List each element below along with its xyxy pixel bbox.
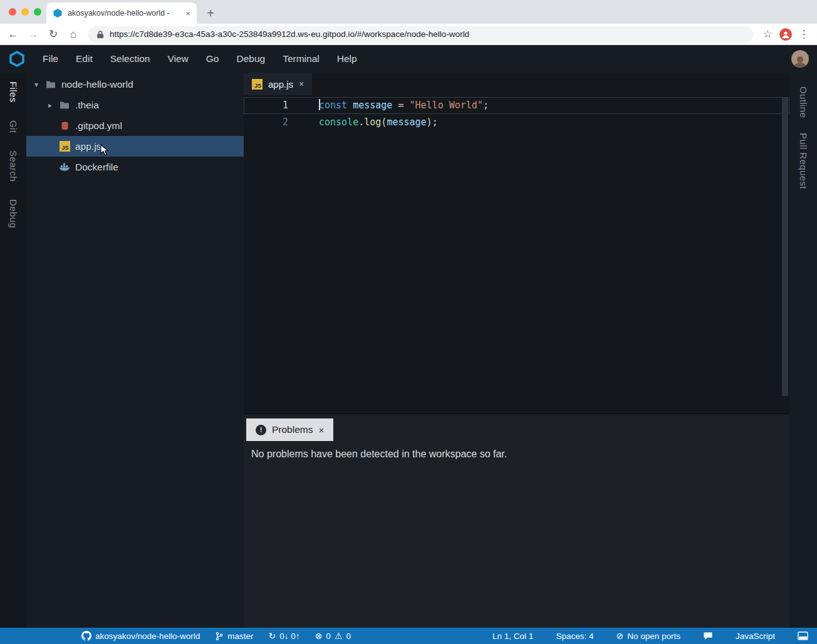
menu-file[interactable]: File	[34, 53, 67, 65]
editor-scrollbar[interactable]	[782, 98, 788, 396]
sync-icon: ↻	[269, 631, 276, 641]
status-bar: akosyakov/node-hello-world master ↻ 0↓ 0…	[0, 628, 817, 644]
problems-message: No problems have been detected in the wo…	[244, 441, 789, 460]
problems-panel: ! Problems × No problems have been detec…	[244, 413, 789, 628]
screen: akosyakov/node-hello-world - × + ← → ↻ ⌂…	[0, 0, 817, 644]
bookmark-star-icon[interactable]: ☆	[759, 26, 776, 43]
url-bar[interactable]: https://c7d8de39-e3ca-45a3-a30c-253849a9…	[88, 26, 753, 43]
javascript-file-icon: JS	[59, 141, 70, 152]
lock-icon	[96, 30, 104, 39]
sidebar-item-pull-request[interactable]: Pull Request	[798, 133, 809, 189]
reload-icon[interactable]: ↻	[45, 26, 61, 43]
tree-item-theia[interactable]: ▸ .theia	[26, 95, 244, 115]
panel-tabbar: ! Problems ×	[244, 414, 789, 441]
status-branch[interactable]: master	[215, 631, 253, 641]
tab-close-icon[interactable]: ×	[185, 9, 190, 18]
problems-icon: !	[256, 425, 266, 435]
code-line-1[interactable]: 1 const message = "Hello World";	[244, 97, 789, 114]
line-number: 1	[244, 97, 304, 114]
mouse-cursor-icon	[100, 144, 110, 159]
status-cursor-position[interactable]: Ln 1, Col 1	[492, 631, 533, 641]
menu-help[interactable]: Help	[328, 53, 366, 65]
menu-go[interactable]: Go	[197, 53, 228, 65]
token-paren: )	[427, 117, 432, 128]
editor-column: JS app.js × 1 const message = "Hello Wor…	[244, 73, 789, 628]
toggle-panel-icon[interactable]	[798, 631, 808, 640]
status-language[interactable]: JavaScript	[736, 631, 775, 641]
token-keyword: const	[319, 100, 353, 111]
editor-tab-label: app.js	[268, 79, 293, 90]
code-editor[interactable]: 1 const message = "Hello World"; 2 conso…	[244, 95, 789, 413]
token-semicolon: ;	[432, 117, 438, 128]
status-indentation[interactable]: Spaces: 4	[556, 631, 593, 641]
status-repo[interactable]: akosyakov/node-hello-world	[81, 631, 200, 641]
javascript-file-icon: JS	[252, 79, 263, 90]
user-avatar[interactable]	[791, 50, 809, 68]
menu-debug[interactable]: Debug	[227, 53, 274, 65]
code-text: console.log(message);	[304, 114, 438, 131]
menu-view[interactable]: View	[159, 53, 197, 65]
status-feedback[interactable]	[703, 631, 713, 641]
github-icon	[81, 631, 91, 641]
status-bar-right: Ln 1, Col 1 Spaces: 4 ⊘ No open ports Ja…	[492, 631, 817, 641]
url-input[interactable]: https://c7d8de39-e3ca-45a3-a30c-253849a9…	[110, 29, 469, 39]
close-icon[interactable]: ×	[299, 79, 304, 89]
tree-item-dockerfile[interactable]: Dockerfile	[26, 157, 244, 177]
zoom-window-button[interactable]	[34, 8, 41, 16]
menu-selection[interactable]: Selection	[101, 53, 159, 65]
sidebar-item-search[interactable]: Search	[8, 150, 19, 182]
tree-item-label: Dockerfile	[75, 162, 118, 173]
tree-item-gitpod-yml[interactable]: .gitpod.yml	[26, 115, 244, 136]
warning-icon: ⚠	[335, 631, 343, 641]
menu-edit[interactable]: Edit	[67, 53, 101, 65]
sidebar-item-debug[interactable]: Debug	[8, 199, 19, 228]
token-operator: =	[392, 100, 409, 111]
status-ports[interactable]: ⊘ No open ports	[616, 631, 680, 641]
kebab-menu-icon[interactable]: ⋮	[796, 26, 812, 43]
tree-item-root[interactable]: ▾ node-hello-world	[26, 74, 244, 95]
token-variable: message	[353, 100, 392, 111]
status-problems[interactable]: ⊗ 0 ⚠ 0	[315, 631, 351, 641]
sidebar-item-outline[interactable]: Outline	[798, 86, 809, 118]
folder-icon	[45, 80, 56, 88]
tree-item-label: node-hello-world	[61, 79, 133, 90]
new-tab-button[interactable]: +	[202, 4, 219, 22]
ide-body: Files Git Search Debug ▾ node-hello-worl…	[0, 73, 817, 628]
status-sync[interactable]: ↻ 0↓ 0↑	[269, 631, 300, 641]
minimize-window-button[interactable]	[21, 8, 29, 16]
tree-item-label: .gitpod.yml	[75, 120, 122, 132]
close-icon[interactable]: ×	[318, 425, 324, 435]
gitpod-logo[interactable]	[0, 51, 34, 67]
panel-tab-label: Problems	[272, 424, 313, 435]
editor-tab-app-js[interactable]: JS app.js ×	[244, 73, 312, 95]
sidebar-item-files[interactable]: Files	[8, 81, 19, 103]
code-text: const message = "Hello World";	[304, 97, 489, 114]
close-window-button[interactable]	[9, 8, 16, 16]
tree-item-app-js[interactable]: JS app.js	[26, 136, 244, 157]
back-icon[interactable]: ←	[5, 26, 21, 43]
comment-bubble-icon	[703, 631, 713, 641]
tab-problems[interactable]: ! Problems ×	[246, 418, 333, 441]
browser-profile-avatar[interactable]	[779, 28, 792, 41]
yaml-file-icon	[59, 122, 70, 130]
editor-tabbar: JS app.js ×	[244, 73, 789, 95]
person-icon	[793, 55, 807, 68]
token-argument: message	[387, 117, 426, 128]
chevron-down-icon[interactable]: ▾	[33, 80, 40, 89]
home-icon[interactable]: ⌂	[65, 26, 81, 43]
sidebar-item-git[interactable]: Git	[8, 120, 19, 133]
no-ports-icon: ⊘	[616, 631, 623, 641]
tree-item-label: app.js	[75, 141, 101, 152]
browser-tabstrip: akosyakov/node-hello-world - × +	[0, 0, 817, 24]
browser-tab[interactable]: akosyakov/node-hello-world - ×	[46, 3, 197, 24]
browser-navbar: ← → ↻ ⌂ https://c7d8de39-e3ca-45a3-a30c-…	[0, 24, 817, 45]
menu-terminal[interactable]: Terminal	[274, 53, 328, 65]
folder-icon	[59, 101, 70, 109]
person-icon	[781, 30, 790, 39]
token-string: "Hello World"	[410, 100, 483, 111]
chevron-right-icon[interactable]: ▸	[46, 101, 54, 110]
forward-icon[interactable]: →	[25, 26, 41, 43]
token-dot: .	[358, 117, 364, 128]
gitpod-favicon	[53, 8, 63, 18]
code-line-2[interactable]: 2 console.log(message);	[244, 114, 789, 131]
